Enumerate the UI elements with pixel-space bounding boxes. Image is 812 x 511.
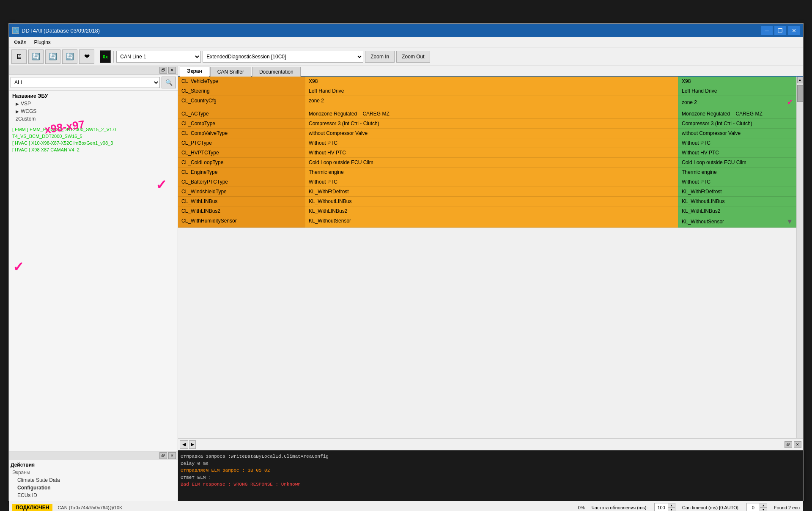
- row-new-steering[interactable]: Left Hand Drive: [678, 86, 796, 96]
- tab-ekran[interactable]: Экран: [180, 66, 209, 77]
- timeout-spinner[interactable]: 0 ▲ ▼: [746, 503, 767, 511]
- timeout-label: Can timeout (ms) [0:AUTO]:: [682, 505, 740, 510]
- search-button[interactable]: 🔍: [162, 77, 176, 88]
- toolbar-sep-1: [97, 51, 97, 63]
- row-name-coldloop: CL_ColdLoopType: [178, 158, 305, 168]
- actions-panel-header: 🗗 ✕: [9, 451, 178, 460]
- right-panel: Экран CAN Sniffer Documentation CL_Vehic…: [178, 66, 803, 501]
- table-row: CL_PTCType Without PTC Without PTC: [178, 138, 796, 148]
- row-value-vehicle-type: X98: [305, 77, 678, 86]
- tab-documentation[interactable]: Documentation: [252, 67, 301, 77]
- zoom-out-button[interactable]: Zoom Out: [396, 51, 430, 63]
- row-new-hvptctype[interactable]: Without HV PTC: [678, 148, 796, 158]
- session-select[interactable]: ExtendedDiagnosticSession [10C0] Default…: [203, 51, 363, 63]
- toolbar-btn-5[interactable]: ❤: [79, 49, 94, 64]
- row-new-humidity[interactable]: KL_WithoutSensor ▼: [678, 216, 796, 228]
- minimize-button[interactable]: ─: [761, 26, 773, 35]
- bottom-close[interactable]: ✕: [794, 441, 801, 448]
- table-row: CL_CountryCfg zone 2 zone 2 ✓: [178, 96, 796, 109]
- row-new-windshield[interactable]: KL_WithFtDefrost: [678, 187, 796, 197]
- timeout-up[interactable]: ▲: [760, 503, 767, 508]
- maximize-button[interactable]: ❐: [774, 26, 786, 35]
- log-line-2: Delay 0 ms: [181, 460, 801, 467]
- ecu-hvac2[interactable]: [ HVAC ] X98 X87 CAMAN V4_2: [11, 146, 176, 153]
- row-name-vehicle-type: CL_VehicleType: [178, 77, 305, 86]
- update-freq-up[interactable]: ▲: [668, 503, 675, 508]
- left-panel-restore[interactable]: 🗗: [159, 67, 167, 74]
- row-name-linbus2: CL_WithLINBus2: [178, 206, 305, 216]
- toolbar-btn-4[interactable]: 🔄: [62, 49, 77, 64]
- actions-close[interactable]: ✕: [168, 452, 176, 459]
- row-value-compvalve: without Compressor Valve: [305, 129, 678, 138]
- toolbar-btn-1[interactable]: 🖥: [11, 49, 27, 64]
- ecu-item-vsp[interactable]: ▶VSP: [11, 100, 176, 107]
- update-freq-spinner[interactable]: 100 ▲ ▼: [654, 503, 675, 511]
- ecu-hvac1[interactable]: [ HVAC ] X10-X98-X87-X52ClimBoxGen1_v08_…: [11, 140, 176, 146]
- table-row: CL_HVPTCType Without HV PTC Without HV P…: [178, 148, 796, 158]
- menu-plugins[interactable]: Plugins: [31, 38, 54, 46]
- scroll-right-area[interactable]: ▶: [189, 440, 196, 449]
- screen-climate-state[interactable]: Climate State Data: [11, 476, 176, 484]
- timeout-down[interactable]: ▼: [760, 508, 767, 511]
- bottom-restore[interactable]: 🗗: [785, 441, 792, 448]
- table-row: CL_WithLINBus2 KL_WithLINBus2 KL_WithLIN…: [178, 206, 796, 216]
- row-name-ptctype: CL_PTCType: [178, 138, 305, 148]
- row-new-comptype[interactable]: Compressor 3 (Int Ctrl - Clutch): [678, 119, 796, 129]
- row-value-enginetype: Thermic engine: [305, 168, 678, 177]
- ecu-colored-list: [ EMM ] EMM_EDISON_DDT2000_SW15_2_V1.0 T…: [11, 126, 176, 153]
- ecu-item-zcustom[interactable]: zCustom: [11, 115, 176, 123]
- data-rows: CL_VehicleType X98 X98 CL_Steering Left …: [178, 77, 796, 438]
- toolbar-btn-3[interactable]: 🔄: [45, 49, 60, 64]
- row-value-ptctype: Without PTC: [305, 138, 678, 148]
- app-icon: 🔧: [12, 27, 19, 34]
- left-panel-close[interactable]: ✕: [168, 67, 176, 74]
- close-button[interactable]: ✕: [788, 26, 800, 35]
- update-freq-down[interactable]: ▼: [668, 508, 675, 511]
- scroll-left-btn[interactable]: ◀: [180, 440, 188, 449]
- left-panel: 🗗 ✕ ALL VSP WCGS zCustom 🔍 Название ЭБУ …: [9, 66, 178, 501]
- ecu-filter-select[interactable]: ALL VSP WCGS zCustom: [11, 77, 160, 88]
- row-new-ptctype[interactable]: Without PTC: [678, 138, 796, 148]
- table-row: CL_VehicleType X98 X98: [178, 77, 796, 86]
- row-new-enginetype[interactable]: Thermic engine: [678, 168, 796, 177]
- scrollbar-thumb[interactable]: [797, 85, 803, 102]
- actions-restore[interactable]: 🗗: [159, 452, 167, 459]
- update-freq-label: Частота обновления (ms):: [592, 505, 648, 510]
- row-new-country-val: zone 2: [682, 99, 697, 105]
- ecu-item-wcgs[interactable]: ▶WCGS: [11, 107, 176, 115]
- can-line-select[interactable]: CAN Line 1 CAN Line 2: [116, 51, 201, 63]
- hex-button[interactable]: 0x: [100, 50, 111, 63]
- row-new-compvalve[interactable]: without Compressor Valve: [678, 129, 796, 138]
- menu-file[interactable]: Файл: [11, 38, 30, 46]
- update-freq-value: 100: [655, 505, 667, 510]
- log-line-3: Отправляем ELM запрос : 3B 05 02: [181, 467, 801, 474]
- tab-can-sniffer[interactable]: CAN Sniffer: [210, 67, 251, 77]
- tab-bar: Экран CAN Sniffer Documentation: [178, 66, 803, 77]
- toolbar-btn-2[interactable]: 🔄: [28, 49, 44, 64]
- bottom-nav: ◀ ▶ 🗗 ✕: [178, 438, 803, 450]
- row-new-linbus[interactable]: KL_WithoutLINBus: [678, 197, 796, 206]
- row-name-actype: CL_ACType: [178, 109, 305, 119]
- ecu-emm[interactable]: [ EMM ] EMM_EDISON_DDT2000_SW15_2_V1.0: [11, 126, 176, 133]
- row-new-linbus2[interactable]: KL_WithLINBus2: [678, 206, 796, 216]
- ecu-t4vs[interactable]: T4_VS_BCM_DDT2000_SW16_5: [11, 133, 176, 140]
- row-name-hvptctype: CL_HVPTCType: [178, 148, 305, 158]
- scroll-up-btn[interactable]: ▲: [797, 77, 803, 83]
- row-value-comptype: Compressor 3 (Int Ctrl - Clutch): [305, 119, 678, 129]
- connection-status: ПОДКЛЮЧЕН: [12, 504, 52, 511]
- scroll-down-icon: ▼: [786, 218, 793, 225]
- row-name-linbus: CL_WithLINBus: [178, 197, 305, 206]
- screen-ecus-id[interactable]: ECUs ID: [11, 492, 176, 499]
- screen-configuration[interactable]: Configuration: [11, 484, 176, 492]
- actions-label: Действия: [11, 462, 176, 468]
- row-new-batterytype[interactable]: Without PTC: [678, 177, 796, 187]
- vertical-scrollbar[interactable]: ▲: [796, 77, 803, 438]
- row-name-compvalve: CL_CompValveType: [178, 129, 305, 138]
- row-new-vehicle-type[interactable]: X98: [678, 77, 796, 86]
- row-new-country[interactable]: zone 2 ✓: [678, 96, 796, 109]
- row-value-actype: Monozone Regulated – CAREG MZ: [305, 109, 678, 119]
- row-new-coldloop[interactable]: Cold Loop outside ECU Clim: [678, 158, 796, 168]
- toolbar-sep-2: [113, 51, 114, 63]
- zoom-in-button[interactable]: Zoom In: [365, 51, 395, 63]
- row-new-actype[interactable]: Monozone Regulated – CAREG MZ: [678, 109, 796, 119]
